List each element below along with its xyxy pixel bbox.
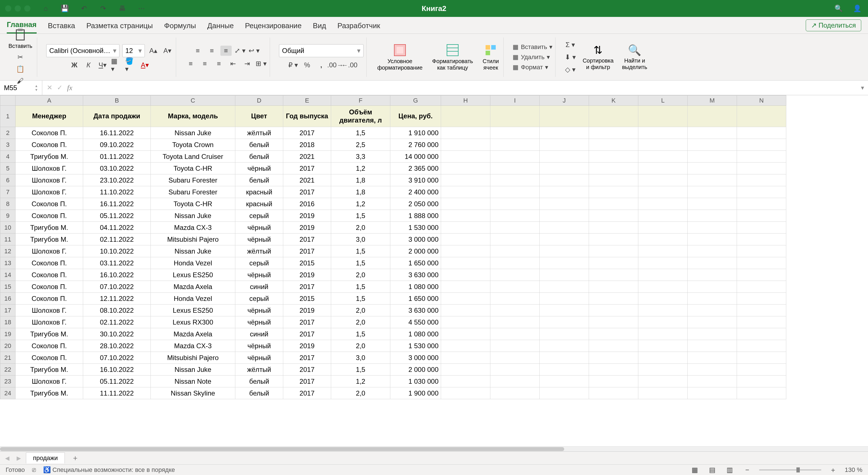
row-header-15[interactable]: 15 xyxy=(0,281,16,293)
cell-styles-button[interactable]: Стили ячеек xyxy=(481,43,501,71)
cell[interactable] xyxy=(441,328,490,340)
row-header-19[interactable]: 19 xyxy=(0,328,16,340)
cell[interactable] xyxy=(737,293,786,305)
cell[interactable]: 03.11.2022 xyxy=(83,257,151,269)
cell[interactable]: 1 888 000 xyxy=(390,210,441,222)
cell[interactable]: 3,0 xyxy=(331,233,390,245)
cell[interactable] xyxy=(441,127,490,139)
cell[interactable]: 2017 xyxy=(283,163,331,175)
cell[interactable]: 14 000 000 xyxy=(390,151,441,163)
cell[interactable]: жёлтый xyxy=(235,127,283,139)
row-header-17[interactable]: 17 xyxy=(0,305,16,316)
cell[interactable]: Шолохов Г. xyxy=(16,163,83,175)
cell[interactable]: 2017 xyxy=(283,364,331,376)
cell[interactable]: 04.11.2022 xyxy=(83,222,151,233)
cell[interactable]: 1,5 xyxy=(331,293,390,305)
cell[interactable]: 1,5 xyxy=(331,364,390,376)
cell[interactable] xyxy=(638,281,688,293)
cell[interactable] xyxy=(737,222,786,233)
select-all-corner[interactable] xyxy=(0,96,16,106)
header-cell[interactable]: Цвет xyxy=(235,106,283,127)
expand-formula-icon[interactable]: ▾ xyxy=(857,84,868,92)
cell[interactable]: 3,3 xyxy=(331,151,390,163)
row-header-4[interactable]: 4 xyxy=(0,151,16,163)
sheet-tab[interactable]: продажи xyxy=(26,452,65,464)
cell[interactable] xyxy=(441,305,490,316)
cell[interactable] xyxy=(638,364,688,376)
cell[interactable]: Шолохов Г. xyxy=(16,175,83,186)
ribbon-tab-6[interactable]: Вид xyxy=(313,19,326,34)
name-box[interactable]: M55 ▲▼ xyxy=(0,81,42,95)
cell[interactable] xyxy=(589,305,638,316)
cell[interactable] xyxy=(540,175,589,186)
cell[interactable]: 30.10.2022 xyxy=(83,328,151,340)
cell[interactable]: 2017 xyxy=(283,281,331,293)
cell[interactable] xyxy=(589,222,638,233)
print-icon[interactable]: 🖶 xyxy=(117,3,128,13)
cell[interactable]: 2 400 000 xyxy=(390,186,441,198)
cell[interactable] xyxy=(540,257,589,269)
add-sheet-button[interactable]: ＋ xyxy=(68,453,83,463)
header-cell[interactable]: Марка, модель xyxy=(151,106,235,127)
cell[interactable]: 16.11.2022 xyxy=(83,127,151,139)
cell[interactable]: 1 530 000 xyxy=(390,222,441,233)
cell[interactable]: 2017 xyxy=(283,387,331,399)
cell[interactable] xyxy=(737,151,786,163)
cell[interactable] xyxy=(737,198,786,210)
cell[interactable] xyxy=(490,281,540,293)
cell[interactable]: Шолохов Г. xyxy=(16,245,83,257)
cell[interactable]: Соколов П. xyxy=(16,352,83,364)
ribbon-tab-7[interactable]: Разработчик xyxy=(337,19,380,34)
cell[interactable]: Mazda CX-3 xyxy=(151,222,235,233)
cell[interactable]: Тригубов М. xyxy=(16,151,83,163)
cell[interactable] xyxy=(638,387,688,399)
column-header-M[interactable]: M xyxy=(688,96,737,106)
row-header-18[interactable]: 18 xyxy=(0,316,16,328)
cell[interactable] xyxy=(737,352,786,364)
row-header-9[interactable]: 9 xyxy=(0,210,16,222)
cell[interactable]: белый xyxy=(235,376,283,387)
cell[interactable] xyxy=(589,293,638,305)
cell[interactable]: 28.10.2022 xyxy=(83,340,151,352)
cell[interactable]: белый xyxy=(235,175,283,186)
zoom-in-button[interactable]: ＋ xyxy=(828,465,839,475)
cell[interactable]: чёрный xyxy=(235,316,283,328)
cell[interactable]: 2018 xyxy=(283,139,331,151)
cell[interactable]: жёлтый xyxy=(235,245,283,257)
cell[interactable]: Subaru Forester xyxy=(151,186,235,198)
cell[interactable]: 2,5 xyxy=(331,139,390,151)
header-cell[interactable]: Цена, руб. xyxy=(390,106,441,127)
cell[interactable] xyxy=(540,139,589,151)
row-header-12[interactable]: 12 xyxy=(0,245,16,257)
cell[interactable] xyxy=(490,293,540,305)
cell[interactable]: 1,5 xyxy=(331,328,390,340)
cell[interactable]: 1,2 xyxy=(331,198,390,210)
cell[interactable] xyxy=(540,269,589,281)
cell[interactable] xyxy=(688,210,737,222)
cell[interactable] xyxy=(490,316,540,328)
cell[interactable] xyxy=(589,316,638,328)
cell[interactable]: белый xyxy=(235,387,283,399)
cell[interactable] xyxy=(688,352,737,364)
sort-filter-button[interactable]: ⇅ Сортировка и фильтр xyxy=(581,44,615,70)
row-header-21[interactable]: 21 xyxy=(0,352,16,364)
cell[interactable] xyxy=(441,163,490,175)
cell[interactable] xyxy=(589,233,638,245)
cell[interactable] xyxy=(737,186,786,198)
header-cell[interactable]: Менеджер xyxy=(16,106,83,127)
cell[interactable] xyxy=(688,387,737,399)
italic-button[interactable]: К xyxy=(83,60,94,70)
row-header-7[interactable]: 7 xyxy=(0,186,16,198)
cell[interactable]: Тригубов М. xyxy=(16,387,83,399)
cell[interactable]: 1 080 000 xyxy=(390,281,441,293)
cell[interactable] xyxy=(540,163,589,175)
cell[interactable] xyxy=(688,186,737,198)
cell[interactable] xyxy=(688,316,737,328)
cell[interactable]: 2 365 000 xyxy=(390,163,441,175)
cell[interactable] xyxy=(441,139,490,151)
row-header-14[interactable]: 14 xyxy=(0,269,16,281)
autosum-icon[interactable]: Σ ▾ xyxy=(564,40,576,50)
cell[interactable]: 1,5 xyxy=(331,257,390,269)
cell[interactable]: Toyota Land Cruiser xyxy=(151,151,235,163)
ribbon-tab-4[interactable]: Данные xyxy=(207,19,234,34)
